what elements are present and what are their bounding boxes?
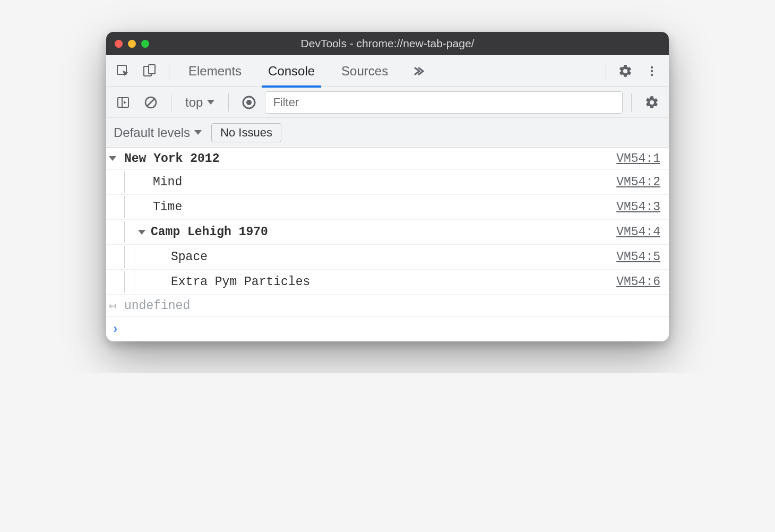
console-log-row: Time VM54:3 xyxy=(106,195,669,220)
log-message: Mind xyxy=(153,175,182,189)
collapse-toggle-icon[interactable] xyxy=(109,156,116,161)
svg-rect-2 xyxy=(149,65,155,74)
console-log-row: Space VM54:5 xyxy=(106,245,669,270)
filter-input[interactable] xyxy=(265,91,623,114)
live-expression-icon[interactable] xyxy=(237,91,261,114)
console-toolbar-secondary: Default levels No Issues xyxy=(106,118,669,148)
settings-icon[interactable] xyxy=(614,59,637,83)
log-message: Time xyxy=(153,200,182,214)
tree-guide xyxy=(124,196,134,218)
collapse-toggle-icon[interactable] xyxy=(138,230,145,235)
tab-sources[interactable]: Sources xyxy=(330,55,400,87)
close-window-button[interactable] xyxy=(115,40,123,48)
log-message: Camp Lehigh 1970 xyxy=(151,225,268,239)
tree-guide xyxy=(134,271,150,293)
source-link[interactable]: VM54:3 xyxy=(616,200,660,214)
tree-guide xyxy=(124,246,134,268)
minimize-window-button[interactable] xyxy=(128,40,136,48)
divider xyxy=(169,62,169,80)
tab-console[interactable]: Console xyxy=(256,55,326,87)
console-prompt[interactable]: › xyxy=(106,317,669,341)
svg-point-3 xyxy=(651,66,653,68)
svg-point-4 xyxy=(651,70,653,72)
dropdown-icon xyxy=(194,130,202,135)
window-title: DevTools - chrome://new-tab-page/ xyxy=(106,37,669,50)
source-link[interactable]: VM54:6 xyxy=(616,275,660,289)
log-message: Extra Pym Particles xyxy=(171,275,310,289)
more-options-icon[interactable] xyxy=(640,59,664,83)
device-toolbar-icon[interactable] xyxy=(138,59,161,83)
log-message: New York 2012 xyxy=(124,152,616,166)
divider xyxy=(228,93,229,111)
clear-console-icon[interactable] xyxy=(139,91,162,114)
tree-guide xyxy=(124,271,134,293)
console-log-row: Extra Pym Particles VM54:6 xyxy=(106,270,669,295)
console-toolbar: top xyxy=(106,87,669,118)
levels-label: Default levels xyxy=(114,125,190,140)
dropdown-icon xyxy=(207,100,214,105)
window-titlebar: DevTools - chrome://new-tab-page/ xyxy=(106,32,669,55)
divider xyxy=(171,93,171,111)
svg-point-11 xyxy=(246,100,252,105)
source-link[interactable]: VM54:1 xyxy=(616,152,660,166)
return-indicator-icon: ↤ xyxy=(109,298,122,313)
divider xyxy=(631,93,632,111)
toggle-console-sidebar-icon[interactable] xyxy=(111,91,135,114)
more-tabs-button[interactable] xyxy=(403,65,433,78)
tree-guide xyxy=(124,221,134,243)
context-label: top xyxy=(185,95,203,110)
log-levels-selector[interactable]: Default levels xyxy=(114,125,202,140)
source-link[interactable]: VM54:5 xyxy=(616,250,660,264)
inspect-element-icon[interactable] xyxy=(111,59,135,83)
tree-guide xyxy=(124,171,134,193)
console-group-header: Camp Lehigh 1970 VM54:4 xyxy=(106,220,669,245)
log-message: Space xyxy=(171,250,208,264)
svg-line-9 xyxy=(147,99,154,106)
console-settings-icon[interactable] xyxy=(640,91,664,114)
devtools-window: DevTools - chrome://new-tab-page/ Elemen… xyxy=(106,32,669,341)
console-group-header: New York 2012 VM54:1 xyxy=(106,148,669,170)
execution-context-selector[interactable]: top xyxy=(180,95,220,110)
prompt-caret-icon: › xyxy=(111,322,119,337)
console-log-row: Mind VM54:2 xyxy=(106,170,669,195)
console-output: New York 2012 VM54:1 Mind VM54:2 Time VM… xyxy=(106,148,669,341)
svg-rect-6 xyxy=(118,98,128,107)
tab-elements[interactable]: Elements xyxy=(177,55,253,87)
svg-point-5 xyxy=(651,73,653,75)
tree-guide xyxy=(134,246,150,268)
traffic-lights xyxy=(115,40,149,48)
issues-button[interactable]: No Issues xyxy=(211,123,281,142)
source-link[interactable]: VM54:2 xyxy=(616,175,660,189)
maximize-window-button[interactable] xyxy=(141,40,149,48)
divider xyxy=(606,62,606,80)
return-value: undefined xyxy=(124,299,660,313)
console-return-row: ↤ undefined xyxy=(106,295,669,317)
devtools-tabbar: Elements Console Sources xyxy=(106,55,669,87)
source-link[interactable]: VM54:4 xyxy=(616,225,660,239)
